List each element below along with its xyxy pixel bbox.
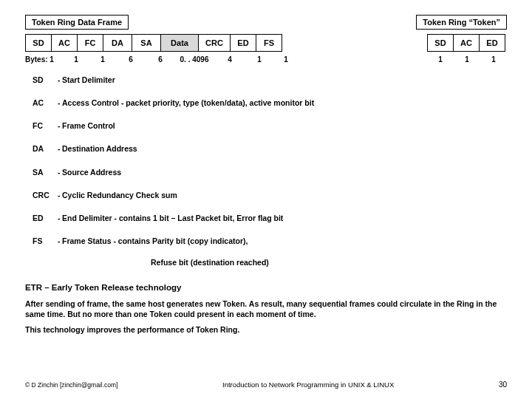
- token-frame-block: SD AC ED 1 1 1: [427, 34, 507, 65]
- etr-title: ETR – Early Token Release technology: [25, 283, 507, 292]
- b-ac: 1: [63, 53, 89, 65]
- desc-da: Destination Address: [62, 144, 507, 162]
- abbr-ac: AC: [33, 98, 58, 116]
- definitions-block: SD- Start Delimiter AC- Access Control -…: [33, 75, 507, 267]
- etr-paragraph-1: After sending of frame, the same host ge…: [25, 299, 507, 319]
- abbr-sd: SD: [33, 75, 58, 93]
- footer-page-number: 30: [499, 381, 507, 389]
- desc-fs: Frame Status - contains Parity bit (copy…: [62, 236, 507, 254]
- fs-extra-line: Refuse bit (destination reached): [151, 258, 507, 267]
- df-sa: SA: [132, 35, 161, 52]
- tk-ac: AC: [454, 35, 480, 52]
- bytes-label: Bytes: 1: [25, 53, 63, 65]
- data-frame-bytes: Bytes: 1 1 1 6 6 0. . 4096 4 1 1: [25, 53, 299, 65]
- abbr-da: DA: [33, 144, 58, 162]
- abbr-fs: FS: [33, 236, 58, 254]
- b-da: 6: [116, 53, 146, 65]
- desc-sa: Source Address: [62, 168, 507, 185]
- data-frame-table: SD AC FC DA SA Data CRC ED FS: [25, 34, 282, 52]
- df-da: DA: [103, 35, 132, 52]
- data-frame-block: SD AC FC DA SA Data CRC ED FS Bytes: 1 1…: [25, 34, 299, 65]
- desc-crc: Cyclic Redundancy Check sum: [62, 191, 507, 208]
- df-ed: ED: [231, 35, 256, 52]
- abbr-fc: FC: [33, 121, 58, 139]
- tb-ac: 1: [454, 53, 480, 65]
- b-data: 0. . 4096: [175, 53, 214, 65]
- b-ed: 1: [246, 53, 273, 65]
- df-sd: SD: [26, 35, 52, 52]
- desc-fc: Frame Control: [62, 121, 507, 139]
- token-title: Token Ring “Token”: [416, 15, 507, 30]
- desc-ac: Access Control - packet priority, type (…: [62, 98, 507, 116]
- footer-copyright: © D Zinchin [zinchin@gmail.com]: [25, 381, 117, 389]
- b-sa: 6: [146, 53, 175, 65]
- df-fs: FS: [256, 35, 282, 52]
- abbr-sa: SA: [33, 168, 58, 185]
- data-frame-title: Token Ring Data Frame: [25, 15, 129, 30]
- b-fc: 1: [89, 53, 116, 65]
- abbr-crc: CRC: [33, 191, 58, 208]
- abbr-ed: ED: [33, 214, 58, 231]
- etr-block: ETR – Early Token Release technology Aft…: [25, 283, 507, 335]
- page-footer: © D Zinchin [zinchin@gmail.com] Introduc…: [25, 381, 507, 389]
- tk-sd: SD: [428, 35, 454, 52]
- b-crc: 4: [214, 53, 246, 65]
- desc-ed: End Delimiter - contains 1 bit – Last Pa…: [62, 214, 507, 231]
- tb-ed: 1: [480, 53, 507, 65]
- tb-sd: 1: [427, 53, 454, 65]
- desc-sd: Start Delimiter: [62, 75, 507, 93]
- df-crc: CRC: [199, 35, 231, 52]
- df-data: Data: [161, 35, 199, 52]
- token-frame-table: SD AC ED: [427, 34, 505, 52]
- etr-paragraph-2: This technology improves the performance…: [25, 325, 507, 335]
- b-fs: 1: [273, 53, 299, 65]
- token-frame-bytes: 1 1 1: [427, 53, 507, 65]
- df-ac: AC: [52, 35, 78, 52]
- df-fc: FC: [78, 35, 103, 52]
- footer-title: Introduction to Network Programming in U…: [117, 381, 498, 389]
- tk-ed: ED: [480, 35, 505, 52]
